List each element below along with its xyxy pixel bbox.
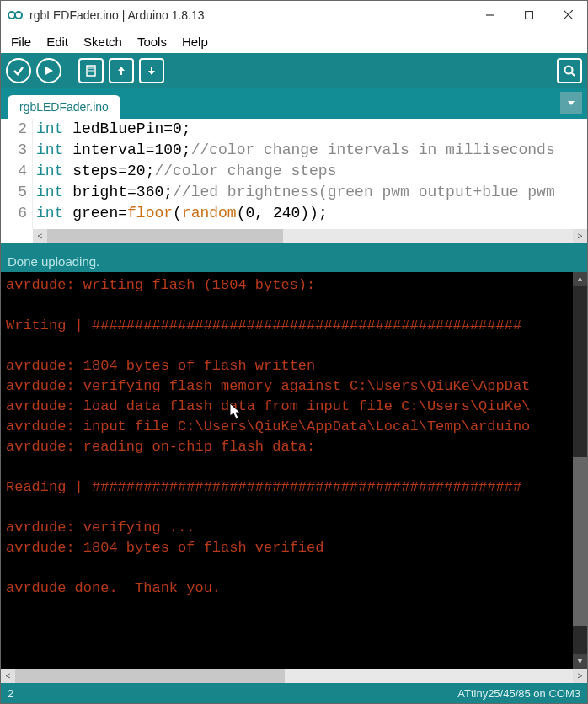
open-sketch-button[interactable]	[109, 58, 134, 83]
scroll-thumb[interactable]	[47, 229, 283, 243]
svg-line-13	[572, 73, 575, 77]
menu-help[interactable]: Help	[175, 33, 215, 51]
tab-dropdown-button[interactable]	[560, 92, 582, 114]
svg-point-12	[565, 67, 573, 74]
svg-point-1	[15, 12, 22, 19]
new-sketch-button[interactable]	[78, 58, 104, 83]
separator	[1, 243, 587, 250]
footer-status-bar: 2 ATtiny25/45/85 on COM3	[1, 683, 587, 703]
svg-marker-10	[118, 67, 125, 75]
maximize-button[interactable]	[510, 1, 548, 29]
arduino-app-icon	[8, 8, 23, 23]
line-number-gutter: 23456	[1, 119, 33, 229]
console-output[interactable]: avrdude: writing flash (1804 bytes): Wri…	[1, 272, 587, 669]
cursor-position: 2	[8, 687, 13, 700]
scroll-up-arrow[interactable]: ▲	[573, 272, 587, 286]
scroll-right-arrow[interactable]: >	[573, 229, 587, 243]
menu-sketch[interactable]: Sketch	[77, 33, 129, 51]
scroll-down-arrow[interactable]: ▼	[573, 654, 587, 669]
scroll-thumb[interactable]	[15, 669, 285, 683]
close-button[interactable]	[548, 1, 587, 29]
upload-button[interactable]	[36, 58, 61, 83]
scroll-left-arrow[interactable]: <	[1, 669, 15, 683]
window-controls	[471, 1, 587, 29]
svg-marker-6	[45, 67, 53, 75]
verify-button[interactable]	[6, 58, 31, 83]
editor-horizontal-scrollbar[interactable]: < >	[33, 229, 587, 243]
code-content[interactable]: int ledBluePin=0;int interval=100;//colo…	[33, 119, 555, 229]
menu-tools[interactable]: Tools	[131, 33, 174, 51]
board-port-label: ATtiny25/45/85 on COM3	[457, 687, 580, 700]
menu-bar: File Edit Sketch Tools Help	[1, 29, 587, 53]
scroll-thumb-vertical[interactable]	[573, 457, 587, 626]
scroll-track[interactable]	[15, 669, 573, 683]
save-sketch-button[interactable]	[139, 58, 164, 83]
tab-bar: rgbLEDFader.ino	[1, 88, 587, 119]
menu-edit[interactable]: Edit	[40, 33, 75, 51]
window-title: rgbLEDFader.ino | Arduino 1.8.13	[29, 8, 471, 22]
toolbar	[1, 53, 587, 88]
console-horizontal-scrollbar[interactable]: < >	[1, 669, 587, 683]
svg-rect-3	[526, 11, 533, 19]
code-editor[interactable]: 23456 int ledBluePin=0;int interval=100;…	[1, 119, 587, 243]
file-tab[interactable]: rgbLEDFader.ino	[8, 95, 120, 119]
scroll-left-arrow[interactable]: <	[33, 229, 47, 243]
svg-marker-14	[568, 101, 575, 105]
svg-point-0	[8, 12, 15, 19]
serial-monitor-button[interactable]	[557, 58, 582, 83]
status-message: Done uploading.	[1, 250, 587, 272]
console-panel: avrdude: writing flash (1804 bytes): Wri…	[1, 272, 587, 683]
svg-marker-11	[148, 67, 155, 75]
scroll-track[interactable]	[47, 229, 573, 243]
console-vertical-scrollbar[interactable]: ▲ ▼	[573, 272, 587, 669]
scroll-right-arrow[interactable]: >	[573, 669, 587, 683]
menu-file[interactable]: File	[4, 33, 38, 51]
title-bar: rgbLEDFader.ino | Arduino 1.8.13	[1, 1, 587, 29]
minimize-button[interactable]	[471, 1, 510, 29]
